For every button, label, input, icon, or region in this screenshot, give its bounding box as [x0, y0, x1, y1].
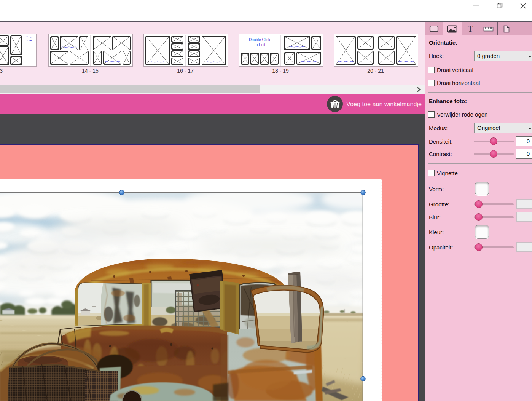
svg-text:T: T: [468, 24, 473, 34]
svg-text:To Edit: To Edit: [254, 43, 266, 47]
svg-text:Double Click: Double Click: [249, 38, 271, 42]
